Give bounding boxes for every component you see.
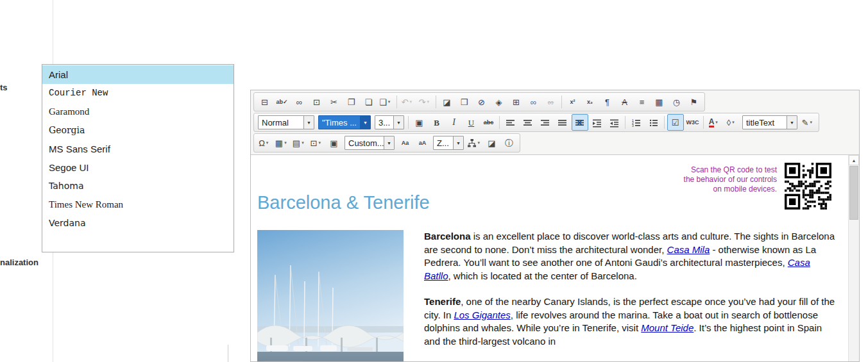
insert-date-icon[interactable]: ▦ [651, 94, 668, 110]
toggle-case-icon[interactable]: aA [414, 135, 431, 151]
align-left-icon[interactable] [502, 114, 519, 131]
justify-none-icon[interactable] [572, 114, 588, 131]
document-manager-icon[interactable]: ❒ [456, 94, 473, 110]
template-manager-icon[interactable]: ⊞ [508, 94, 525, 110]
panel-divider-bottom [228, 345, 228, 362]
paste-icon[interactable]: ❏ [361, 94, 377, 110]
font-option-courier-new[interactable]: Courier New [42, 84, 234, 103]
custom-links-select[interactable]: Custom...▼ [345, 136, 395, 150]
redo-icon[interactable]: ↷▾ [417, 94, 434, 110]
insert-groupbox-icon[interactable]: ≡ [634, 94, 651, 110]
sidebar-item-clipped-bottom[interactable]: nalization [0, 258, 38, 267]
outdent-icon[interactable] [606, 114, 623, 131]
module-manager-icon[interactable]: ⚑ [686, 94, 702, 110]
insert-image-icon[interactable]: ▣ [326, 135, 343, 151]
font-option-ms-sans-serif[interactable]: MS Sans Serif [42, 140, 234, 158]
image-manager-icon: ◪ [443, 98, 450, 106]
bullet-list-icon[interactable] [645, 114, 662, 131]
foreground-color-icon[interactable]: A▾ [706, 114, 723, 131]
font-option-garamond[interactable]: Garamond [42, 103, 234, 121]
insert-groupbox-icon: ≡ [640, 98, 645, 106]
sentence-case-icon[interactable]: Aa [397, 135, 414, 151]
align-center-icon[interactable] [520, 114, 536, 131]
find-replace-icon[interactable]: ∞ [291, 94, 308, 110]
font-option-times-new-roman[interactable]: Times New Roman [42, 195, 234, 214]
plain-text: , which is located at the center of Barc… [448, 270, 637, 281]
outdent-icon [609, 118, 619, 128]
image-manager-icon[interactable]: ◪ [439, 94, 455, 110]
media-manager-icon[interactable]: ◈ [491, 94, 507, 110]
spellcheck-icon: ab✓ [276, 99, 287, 105]
flash-manager-icon[interactable]: ⊘ [473, 94, 490, 110]
copy-icon: ❐ [348, 98, 355, 106]
undo-icon[interactable]: ↶▾ [400, 94, 416, 110]
font-name-select-value: "Times ... [319, 118, 360, 128]
format-stripper-icon: A [622, 98, 627, 106]
indent-icon[interactable] [589, 114, 606, 131]
select-all-icon[interactable]: ⊡ [309, 94, 325, 110]
css-class-select[interactable]: titleText▼ [742, 115, 797, 129]
scroll-up-button[interactable]: ▲ [849, 155, 859, 165]
qr-code [785, 163, 831, 210]
background-color-icon[interactable]: ◊▾ [724, 114, 740, 131]
font-option-segoe-ui[interactable]: Segoe UI [42, 158, 234, 177]
hyperlink-manager-icon[interactable]: ∞ [525, 94, 542, 110]
spellcheck-icon[interactable]: ab✓ [274, 94, 291, 110]
structure-icon[interactable]: ▾ [466, 135, 483, 151]
italic-icon[interactable]: I [446, 114, 463, 131]
remove-link-icon: ∞ [548, 98, 554, 106]
insert-table-icon[interactable]: ▦▾ [274, 135, 291, 151]
bold-icon[interactable]: B [429, 114, 445, 131]
paragraph-style-select-value: Normal [259, 118, 303, 128]
insert-symbol-icon[interactable]: Ω▾ [257, 135, 273, 151]
content-link[interactable]: Casa Mila [667, 244, 710, 255]
align-justify-icon [557, 118, 567, 128]
form-elements-icon[interactable]: ⊡▾ [309, 135, 325, 151]
font-name-select[interactable]: "Times ...▼ [318, 115, 371, 129]
table-layout-icon[interactable]: ▤▾ [291, 135, 308, 151]
font-size-select[interactable]: 3...▼ [375, 115, 404, 129]
strikethrough-icon[interactable]: abc [481, 114, 497, 131]
toolbar-separator [703, 116, 704, 129]
sidebar-item-clipped-top[interactable]: ts [0, 83, 8, 92]
insert-paragraph-icon[interactable]: ¶ [599, 94, 616, 110]
w3c-icon[interactable]: W3C [685, 114, 701, 131]
xhtml-validator-icon[interactable]: ☑ [667, 114, 684, 131]
underline-icon[interactable]: U [463, 114, 480, 131]
chevron-down-icon: ▾ [409, 99, 414, 104]
barcelona-photo[interactable] [257, 230, 404, 361]
insert-table-icon: ▦ [275, 139, 283, 147]
font-size-select-value: 3... [375, 118, 393, 128]
paste-options-icon[interactable]: ❑▾ [378, 94, 395, 110]
subscript-icon[interactable]: x₂ [582, 94, 599, 110]
font-option-arial[interactable]: Arial [42, 65, 234, 84]
numbered-list-icon[interactable]: 123 [628, 114, 645, 131]
font-option-verdana[interactable]: Verdana [42, 214, 234, 233]
editor-content[interactable]: Scan the QR code to test the behavior of… [251, 155, 859, 361]
image-map-icon[interactable]: ▣ [411, 114, 428, 131]
apply-style-icon[interactable]: ✎▾ [800, 114, 817, 131]
about-icon: ⓘ [505, 139, 513, 147]
remove-link-icon[interactable]: ∞ [543, 94, 559, 110]
print-icon[interactable]: ⊟ [257, 94, 273, 110]
superscript-icon[interactable]: x² [565, 94, 581, 110]
font-option-georgia[interactable]: Georgia [42, 121, 234, 140]
zoom-select[interactable]: Z...▼ [433, 136, 464, 150]
content-link[interactable]: Mount Teide [641, 322, 694, 333]
editor-scrollbar[interactable]: ▲ [848, 155, 859, 361]
insert-time-icon[interactable]: ◷ [668, 94, 685, 110]
copy-icon[interactable]: ❐ [343, 94, 360, 110]
cut-icon[interactable]: ✂ [326, 94, 343, 110]
align-justify-icon[interactable] [554, 114, 571, 131]
css-class-select-value: titleText [743, 118, 787, 128]
about-icon[interactable]: ⓘ [501, 135, 518, 151]
chevron-down-icon: ▾ [388, 99, 393, 104]
media-icon[interactable]: ◪ [484, 135, 500, 151]
numbered-list-icon: 123 [631, 118, 641, 128]
paragraph-style-select[interactable]: Normal▼ [258, 115, 314, 129]
content-link[interactable]: Los Gigantes [454, 309, 510, 320]
scrollbar-thumb[interactable] [849, 166, 858, 220]
align-right-icon[interactable] [537, 114, 554, 131]
font-option-tahoma[interactable]: Tahoma [42, 177, 234, 195]
format-stripper-icon[interactable]: A [617, 94, 633, 110]
